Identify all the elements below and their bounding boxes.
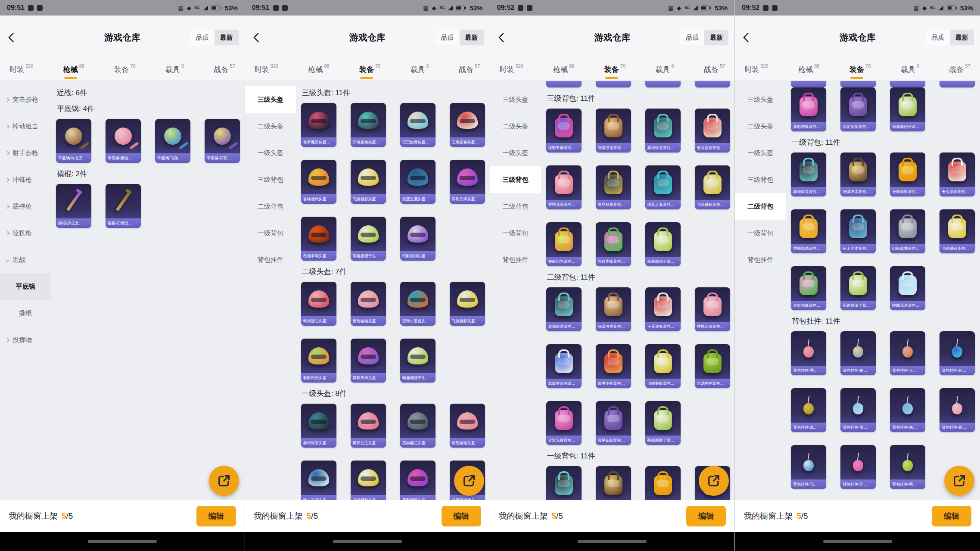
sidebar-item-二级头盔[interactable]: 二级头盔: [490, 113, 541, 140]
item-card[interactable]: 异域银装背包…: [546, 287, 582, 331]
back-chevron-icon[interactable]: [498, 33, 508, 43]
item-card[interactable]: 流星坠坠背包…: [840, 87, 876, 131]
sidebar-item-二级背包[interactable]: 二级背包: [245, 193, 296, 220]
tab-时装[interactable]: 时装326: [500, 65, 523, 75]
item-card[interactable]: 萌趣颜团子背…: [890, 87, 925, 131]
item-card[interactable]: 背包挂件-娇…: [940, 388, 975, 432]
sidebar-item-三级头盔[interactable]: 三级头盔: [245, 86, 296, 113]
sort-quality-button[interactable]: 品质: [436, 30, 460, 46]
tab-战备[interactable]: 战备57: [704, 65, 725, 75]
sort-quality-button[interactable]: 品质: [926, 30, 950, 46]
item-card[interactable]: 巴巴如意头盔…: [400, 103, 436, 147]
item-card[interactable]: 青空秋雨背包…: [596, 165, 631, 209]
sidebar-item-三级头盔[interactable]: 三级头盔: [490, 86, 541, 113]
tab-枪械[interactable]: 枪械88: [63, 65, 84, 75]
item-card[interactable]: 萌趣颜团子背…: [645, 401, 681, 445]
item-card[interactable]: 异域银装头盔…: [351, 103, 386, 147]
sidebar-item-二级头盔[interactable]: 二级头盔: [245, 113, 296, 140]
item-card[interactable]: 异彩先锋头盔…: [400, 461, 436, 500]
sidebar-item-一级头盔[interactable]: 一级头盔: [490, 140, 541, 166]
sidebar-item-一级背包[interactable]: 一级背包: [735, 220, 786, 246]
item-card[interactable]: 飞驰魅影背包…: [940, 209, 975, 253]
tab-战备[interactable]: 战备57: [214, 65, 235, 75]
sidebar-item-三级背包[interactable]: 三级背包: [735, 166, 786, 193]
item-card[interactable]: 飞驰魅影头盔…: [450, 282, 485, 326]
item-card[interactable]: 蠢爆索尼克背…: [546, 344, 582, 388]
item-card[interactable]: 深海小丑鱼头…: [400, 282, 436, 326]
sidebar-item-霰弹枪[interactable]: 霰弹枪: [0, 193, 51, 220]
item-card-partial[interactable]: [890, 81, 925, 87]
item-card[interactable]: 魅影闪光头盔…: [301, 339, 336, 383]
edit-button[interactable]: 编辑: [442, 506, 481, 526]
item-card[interactable]: 平底锅-异彩…: [205, 119, 240, 163]
item-card[interactable]: 环太平洋头盔…: [301, 461, 336, 500]
sidebar-item-背包挂件[interactable]: 背包挂件: [490, 246, 541, 273]
item-card[interactable]: 背包挂件-岚…: [791, 388, 826, 432]
sort-latest-button[interactable]: 最新: [460, 30, 484, 46]
item-card[interactable]: 魅影闪光背包…: [546, 222, 582, 266]
edit-button[interactable]: 编辑: [686, 506, 726, 526]
share-button[interactable]: [944, 466, 974, 496]
item-card[interactable]: 异彩先锋头盔…: [351, 339, 386, 383]
sidebar-item-二级背包[interactable]: 二级背包: [490, 193, 541, 220]
item-card[interactable]: 娇憨猪猪头盔…: [450, 404, 485, 448]
home-indicator[interactable]: [88, 540, 157, 543]
sidebar-item-二级头盔[interactable]: 二级头盔: [735, 113, 786, 140]
sidebar-item-三级头盔[interactable]: 三级头盔: [735, 86, 786, 113]
item-card[interactable]: 炫蓝之夏背包…: [645, 165, 681, 209]
item-card[interactable]: 玉兔迎春背包…: [940, 153, 975, 196]
sidebar-item-平底锅[interactable]: 平底锅: [0, 273, 51, 300]
item-card[interactable]: 天降萌机背包…: [890, 153, 925, 196]
item-card[interactable]: 异彩先锋背包…: [791, 266, 826, 310]
item-card[interactable]: 平底锅-娇憨…: [106, 119, 141, 163]
item-card-partial[interactable]: [940, 81, 975, 87]
tab-时装[interactable]: 时装326: [744, 65, 768, 75]
tab-时装[interactable]: 时装326: [255, 65, 278, 75]
tab-载具[interactable]: 载具0: [901, 65, 919, 75]
sidebar-item-一级头盔[interactable]: 一级头盔: [735, 140, 786, 166]
item-card[interactable]: 智谋强者背包…: [596, 109, 631, 153]
sort-latest-button[interactable]: 最新: [704, 30, 728, 46]
sidebar-item-栓动狙击[interactable]: 栓动狙击: [0, 113, 51, 140]
back-chevron-icon[interactable]: [253, 33, 263, 43]
home-indicator[interactable]: [823, 540, 892, 543]
tab-战备[interactable]: 战备57: [459, 65, 480, 75]
sidebar-item-背包挂件[interactable]: 背包挂件: [245, 246, 296, 273]
item-card[interactable]: 萌趣颜团子背…: [840, 266, 876, 310]
back-chevron-icon[interactable]: [743, 33, 753, 43]
item-card[interactable]: 平底锅-飞驰…: [155, 119, 190, 163]
item-card[interactable]: 智谋强者背包…: [596, 466, 631, 500]
item-card[interactable]: 智谋强者背包…: [596, 287, 631, 331]
item-card[interactable]: 烈焰拳霸头盔…: [301, 217, 336, 261]
tab-载具[interactable]: 载具0: [411, 65, 429, 75]
share-button[interactable]: [699, 466, 729, 496]
item-card[interactable]: 飞驰魅影背包…: [645, 344, 681, 388]
item-card[interactable]: 背包挂件-环…: [940, 331, 975, 375]
tab-装备[interactable]: 装备70: [359, 65, 380, 75]
sidebar-item-一级背包[interactable]: 一级背包: [245, 220, 296, 246]
item-card[interactable]: 香柚戏鸭头盔…: [301, 160, 336, 204]
item-card[interactable]: 背包挂件-海…: [890, 388, 925, 432]
item-card[interactable]: 飞驰魅影头盔…: [351, 160, 386, 204]
sidebar-item-一级头盔[interactable]: 一级头盔: [245, 140, 296, 166]
item-card-partial[interactable]: [840, 81, 876, 87]
item-card[interactable]: 背包挂件-萌…: [890, 445, 925, 489]
item-card[interactable]: 异域银装背包…: [546, 466, 582, 500]
tab-时装[interactable]: 时装326: [9, 65, 33, 75]
tab-装备[interactable]: 装备70: [604, 65, 625, 75]
item-card[interactable]: 幻影战神背包…: [890, 209, 925, 253]
item-card-partial[interactable]: [596, 81, 631, 87]
item-card[interactable]: 平底锅-许七安: [56, 119, 91, 163]
home-indicator[interactable]: [333, 540, 402, 543]
share-button[interactable]: [209, 466, 239, 496]
item-card[interactable]: 背包挂件-香…: [791, 331, 826, 375]
item-card[interactable]: 萌趣颜团子背…: [645, 222, 681, 266]
item-card[interactable]: 异彩先锋背包…: [791, 87, 826, 131]
item-card[interactable]: 异彩先锋头盔…: [450, 160, 485, 204]
sidebar-item-一级背包[interactable]: 一级背包: [490, 220, 541, 246]
item-card[interactable]: 炫蓝之夏头盔…: [400, 160, 436, 204]
item-card-partial[interactable]: [645, 81, 681, 87]
sidebar-item-投掷物[interactable]: 投掷物: [0, 327, 51, 353]
sort-quality-button[interactable]: 品质: [680, 30, 704, 46]
tab-载具[interactable]: 载具0: [165, 65, 184, 75]
